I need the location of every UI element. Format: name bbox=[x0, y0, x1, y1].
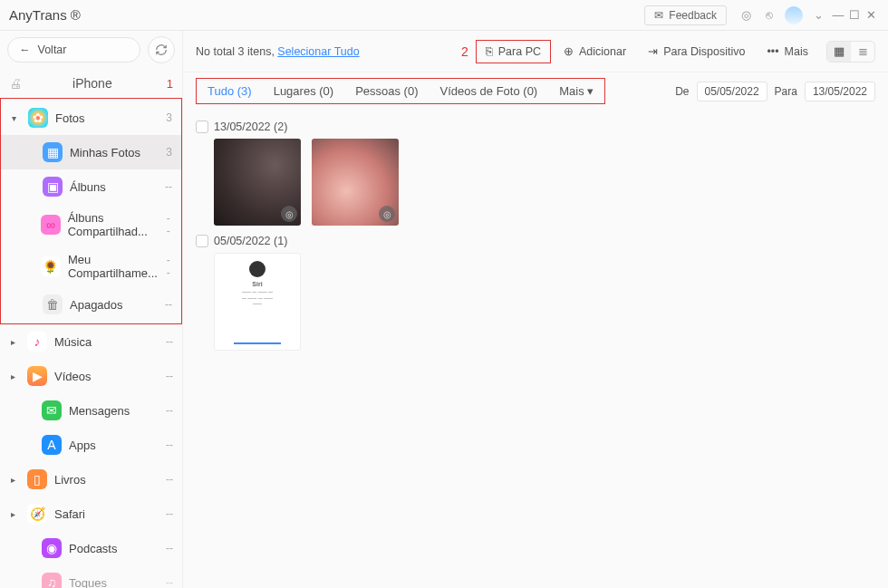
date-group-header[interactable]: 13/05/2022 (2) bbox=[196, 120, 875, 133]
minimize-button[interactable]: — bbox=[830, 8, 846, 22]
sidebar: ← Voltar 🖨 iPhone 1 ✿ Fotos 3 ▦ Minhas F… bbox=[0, 31, 183, 588]
maximize-button[interactable]: ☐ bbox=[846, 8, 863, 22]
filter-people[interactable]: Pessoas (0) bbox=[344, 79, 429, 103]
chevron-down-icon[interactable]: ⌄ bbox=[808, 5, 828, 25]
tones-icon: ♫ bbox=[42, 573, 62, 588]
filter-all[interactable]: Tudo (3) bbox=[197, 79, 263, 103]
safari-icon: 🧭 bbox=[27, 504, 47, 524]
date-to-field[interactable]: 13/05/2022 bbox=[805, 82, 875, 101]
to-pc-button[interactable]: ⎘ Para PC bbox=[476, 40, 551, 63]
select-all-link[interactable]: Selecionar Tudo bbox=[277, 45, 359, 58]
books-icon: ▯ bbox=[27, 469, 47, 489]
date-group-header[interactable]: 05/05/2022 (1) bbox=[196, 235, 875, 247]
date-to-label: Para bbox=[775, 85, 797, 98]
close-button[interactable]: ✕ bbox=[863, 8, 879, 22]
device-icon: 🖨 bbox=[9, 76, 22, 91]
sidebar-item-books[interactable]: ▯ Livros -- bbox=[0, 462, 182, 496]
apps-icon: A bbox=[42, 435, 62, 455]
annotation-2: 2 bbox=[461, 44, 468, 59]
checkbox[interactable] bbox=[196, 120, 208, 133]
main-panel: No total 3 itens, Selecionar Tudo 2 ⎘ Pa… bbox=[183, 31, 888, 588]
add-button[interactable]: ⊕ Adicionar bbox=[555, 40, 635, 63]
siri-orb-icon bbox=[249, 261, 265, 277]
help-icon[interactable]: ◎ bbox=[736, 5, 756, 25]
refresh-button[interactable] bbox=[148, 36, 175, 63]
sidebar-item-apps[interactable]: A Apps -- bbox=[0, 428, 182, 462]
podcasts-icon: ◉ bbox=[42, 538, 62, 558]
date-range: De 05/05/2022 Para 13/05/2022 bbox=[675, 82, 875, 101]
back-button[interactable]: ← Voltar bbox=[7, 37, 140, 63]
music-icon: ♪ bbox=[27, 332, 47, 352]
feedback-button[interactable]: ✉ Feedback bbox=[644, 5, 727, 25]
filter-bar: Tudo (3) Lugares (0) Pessoas (0) Vídeos … bbox=[183, 72, 888, 110]
sidebar-item-tones[interactable]: ♫ Toques -- bbox=[0, 565, 182, 588]
list-view-button[interactable]: ≣ bbox=[851, 42, 874, 62]
more-icon: ••• bbox=[767, 45, 778, 58]
to-device-button[interactable]: ⇥ Para Dispositivo bbox=[639, 40, 754, 63]
photo-thumbnail[interactable]: ◎ bbox=[214, 139, 301, 226]
refresh-icon bbox=[155, 43, 168, 56]
sidebar-item-my-stream[interactable]: 🌻 Meu Compartilhame... -- bbox=[1, 246, 181, 287]
sidebar-item-podcasts[interactable]: ◉ Podcasts -- bbox=[0, 531, 182, 565]
live-photo-icon: ◎ bbox=[281, 206, 297, 222]
albums-icon: ▣ bbox=[43, 177, 63, 197]
screenshot-thumbnail[interactable]: Siri —— — —— —— —— — ———— bbox=[214, 253, 301, 351]
filter-more[interactable]: Mais ▾ bbox=[548, 79, 604, 103]
trash-icon: 🗑 bbox=[43, 294, 63, 314]
sidebar-item-albums[interactable]: ▣ Álbuns -- bbox=[1, 169, 181, 204]
photos-group-outline: ✿ Fotos 3 ▦ Minhas Fotos 3 ▣ Álbuns -- ∞… bbox=[0, 98, 182, 324]
live-photo-icon: ◎ bbox=[379, 206, 395, 222]
photo-thumbnail[interactable]: ◎ bbox=[312, 139, 399, 226]
arrow-left-icon: ← bbox=[19, 43, 31, 56]
shared-albums-icon: ∞ bbox=[41, 215, 61, 235]
toolbar: No total 3 itens, Selecionar Tudo 2 ⎘ Pa… bbox=[183, 31, 888, 72]
filter-places[interactable]: Lugares (0) bbox=[263, 79, 344, 103]
plus-icon: ⊕ bbox=[564, 44, 574, 58]
to-device-icon: ⇥ bbox=[648, 44, 658, 58]
flower-icon: 🌻 bbox=[41, 256, 61, 276]
sidebar-item-shared-albums[interactable]: ∞ Álbuns Compartilhad... -- bbox=[1, 204, 181, 246]
videos-icon: ▶ bbox=[27, 366, 47, 386]
total-count: No total 3 itens, Selecionar Tudo bbox=[196, 45, 360, 58]
app-title: AnyTrans ® bbox=[9, 7, 81, 23]
filter-photo-videos[interactable]: Vídeos de Foto (0) bbox=[430, 79, 549, 103]
date-from-label: De bbox=[675, 85, 689, 98]
filter-group-outline: Tudo (3) Lugares (0) Pessoas (0) Vídeos … bbox=[196, 78, 605, 104]
grid-view-button[interactable]: ▦ bbox=[827, 42, 851, 62]
more-button[interactable]: ••• Mais bbox=[758, 41, 817, 63]
sidebar-item-messages[interactable]: ✉ Mensagens -- bbox=[0, 393, 182, 428]
content-area: 13/05/2022 (2) ◎ ◎ 05/05/2022 (1) Siri —… bbox=[183, 110, 888, 588]
my-photos-icon: ▦ bbox=[43, 142, 63, 162]
to-pc-icon: ⎘ bbox=[486, 45, 493, 58]
sidebar-item-safari[interactable]: 🧭 Safari -- bbox=[0, 496, 182, 531]
gift-icon[interactable]: ⎋ bbox=[759, 5, 779, 25]
mail-icon: ✉ bbox=[654, 9, 663, 22]
device-row[interactable]: 🖨 iPhone 1 bbox=[0, 69, 182, 98]
date-from-field[interactable]: 05/05/2022 bbox=[697, 82, 767, 101]
avatar[interactable] bbox=[785, 6, 803, 24]
sidebar-item-music[interactable]: ♪ Música -- bbox=[0, 324, 182, 359]
sidebar-item-videos[interactable]: ▶ Vídeos -- bbox=[0, 359, 182, 393]
sidebar-item-photos[interactable]: ✿ Fotos 3 bbox=[1, 101, 181, 135]
sidebar-item-trash[interactable]: 🗑 Apagados -- bbox=[1, 287, 181, 322]
view-toggle: ▦ ≣ bbox=[826, 41, 875, 63]
titlebar: AnyTrans ® ✉ Feedback ◎ ⎋ ⌄ — ☐ ✕ bbox=[0, 0, 888, 31]
annotation-1: 1 bbox=[167, 77, 173, 91]
photos-icon: ✿ bbox=[28, 108, 48, 128]
sidebar-item-my-photos[interactable]: ▦ Minhas Fotos 3 bbox=[1, 135, 181, 169]
checkbox[interactable] bbox=[196, 235, 208, 247]
messages-icon: ✉ bbox=[42, 400, 62, 420]
